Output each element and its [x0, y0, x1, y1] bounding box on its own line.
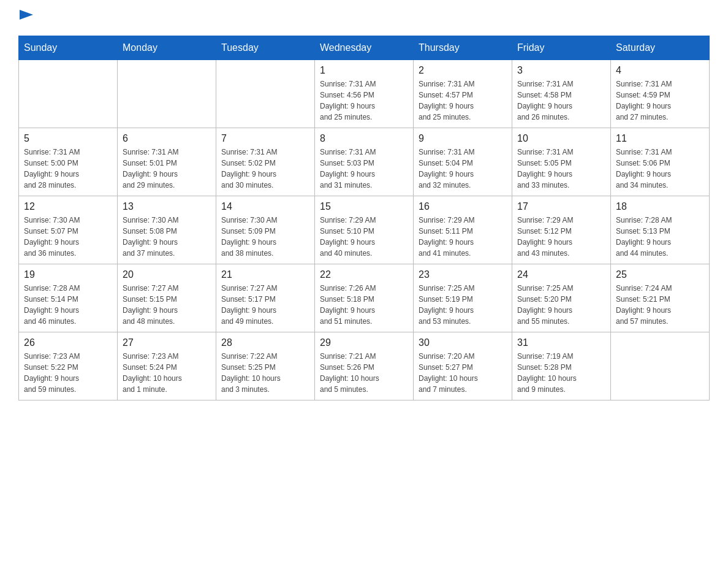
- logo-flag-icon: [20, 10, 33, 23]
- day-info: Sunrise: 7:31 AM Sunset: 5:01 PM Dayligh…: [123, 147, 211, 191]
- day-cell: 18Sunrise: 7:28 AM Sunset: 5:13 PM Dayli…: [611, 196, 710, 264]
- day-number: 8: [320, 133, 408, 144]
- day-cell: 16Sunrise: 7:29 AM Sunset: 5:11 PM Dayli…: [414, 196, 512, 264]
- day-number: 2: [419, 65, 507, 76]
- header-cell-thursday: Thursday: [414, 36, 512, 60]
- day-cell: 5Sunrise: 7:31 AM Sunset: 5:00 PM Daylig…: [19, 128, 118, 196]
- day-info: Sunrise: 7:31 AM Sunset: 4:59 PM Dayligh…: [616, 79, 704, 123]
- day-info: Sunrise: 7:27 AM Sunset: 5:17 PM Dayligh…: [221, 283, 309, 327]
- day-cell: 12Sunrise: 7:30 AM Sunset: 5:07 PM Dayli…: [19, 196, 118, 264]
- day-info: Sunrise: 7:24 AM Sunset: 5:21 PM Dayligh…: [616, 283, 704, 327]
- day-info: Sunrise: 7:29 AM Sunset: 5:12 PM Dayligh…: [517, 215, 605, 259]
- week-row-2: 5Sunrise: 7:31 AM Sunset: 5:00 PM Daylig…: [19, 128, 710, 196]
- day-info: Sunrise: 7:31 AM Sunset: 5:03 PM Dayligh…: [320, 147, 408, 191]
- day-cell: 1Sunrise: 7:31 AM Sunset: 4:56 PM Daylig…: [315, 60, 414, 128]
- day-number: 13: [123, 201, 211, 212]
- day-cell: 22Sunrise: 7:26 AM Sunset: 5:18 PM Dayli…: [315, 264, 414, 332]
- day-cell: [216, 60, 315, 128]
- header-cell-sunday: Sunday: [19, 36, 118, 60]
- day-cell: 29Sunrise: 7:21 AM Sunset: 5:26 PM Dayli…: [315, 332, 414, 400]
- day-number: 18: [616, 201, 704, 212]
- header-cell-saturday: Saturday: [611, 36, 710, 60]
- page-header: [18, 12, 710, 23]
- week-row-1: 1Sunrise: 7:31 AM Sunset: 4:56 PM Daylig…: [19, 60, 710, 128]
- day-cell: 4Sunrise: 7:31 AM Sunset: 4:59 PM Daylig…: [611, 60, 710, 128]
- day-number: 28: [221, 337, 309, 348]
- header-cell-friday: Friday: [512, 36, 611, 60]
- header-row: SundayMondayTuesdayWednesdayThursdayFrid…: [19, 36, 710, 60]
- day-info: Sunrise: 7:19 AM Sunset: 5:28 PM Dayligh…: [517, 351, 605, 395]
- day-number: 20: [123, 269, 211, 280]
- day-info: Sunrise: 7:20 AM Sunset: 5:27 PM Dayligh…: [419, 351, 507, 395]
- day-number: 6: [123, 133, 211, 144]
- week-row-3: 12Sunrise: 7:30 AM Sunset: 5:07 PM Dayli…: [19, 196, 710, 264]
- header-cell-wednesday: Wednesday: [315, 36, 414, 60]
- day-cell: 24Sunrise: 7:25 AM Sunset: 5:20 PM Dayli…: [512, 264, 611, 332]
- day-info: Sunrise: 7:26 AM Sunset: 5:18 PM Dayligh…: [320, 283, 408, 327]
- week-row-4: 19Sunrise: 7:28 AM Sunset: 5:14 PM Dayli…: [19, 264, 710, 332]
- day-info: Sunrise: 7:31 AM Sunset: 4:57 PM Dayligh…: [419, 79, 507, 123]
- day-info: Sunrise: 7:31 AM Sunset: 4:56 PM Dayligh…: [320, 79, 408, 123]
- day-number: 22: [320, 269, 408, 280]
- logo-block: [18, 12, 33, 23]
- day-info: Sunrise: 7:21 AM Sunset: 5:26 PM Dayligh…: [320, 351, 408, 395]
- day-cell: 31Sunrise: 7:19 AM Sunset: 5:28 PM Dayli…: [512, 332, 611, 400]
- day-number: 7: [221, 133, 309, 144]
- day-number: 15: [320, 201, 408, 212]
- calendar-table: SundayMondayTuesdayWednesdayThursdayFrid…: [18, 36, 710, 400]
- day-cell: 26Sunrise: 7:23 AM Sunset: 5:22 PM Dayli…: [19, 332, 118, 400]
- day-cell: 2Sunrise: 7:31 AM Sunset: 4:57 PM Daylig…: [414, 60, 512, 128]
- day-number: 29: [320, 337, 408, 348]
- day-info: Sunrise: 7:29 AM Sunset: 5:11 PM Dayligh…: [419, 215, 507, 259]
- day-number: 11: [616, 133, 704, 144]
- day-cell: 19Sunrise: 7:28 AM Sunset: 5:14 PM Dayli…: [19, 264, 118, 332]
- day-cell: [118, 60, 216, 128]
- day-number: 9: [419, 133, 507, 144]
- day-number: 4: [616, 65, 704, 76]
- day-number: 19: [24, 269, 112, 280]
- day-number: 23: [419, 269, 507, 280]
- day-info: Sunrise: 7:25 AM Sunset: 5:20 PM Dayligh…: [517, 283, 605, 327]
- day-info: Sunrise: 7:30 AM Sunset: 5:09 PM Dayligh…: [221, 215, 309, 259]
- day-cell: 21Sunrise: 7:27 AM Sunset: 5:17 PM Dayli…: [216, 264, 315, 332]
- day-cell: 8Sunrise: 7:31 AM Sunset: 5:03 PM Daylig…: [315, 128, 414, 196]
- day-number: 26: [24, 337, 112, 348]
- day-info: Sunrise: 7:30 AM Sunset: 5:07 PM Dayligh…: [24, 215, 112, 259]
- day-info: Sunrise: 7:31 AM Sunset: 5:02 PM Dayligh…: [221, 147, 309, 191]
- day-info: Sunrise: 7:29 AM Sunset: 5:10 PM Dayligh…: [320, 215, 408, 259]
- day-info: Sunrise: 7:31 AM Sunset: 5:04 PM Dayligh…: [419, 147, 507, 191]
- day-info: Sunrise: 7:31 AM Sunset: 5:00 PM Dayligh…: [24, 147, 112, 191]
- day-number: 25: [616, 269, 704, 280]
- calendar-header: SundayMondayTuesdayWednesdayThursdayFrid…: [19, 36, 710, 60]
- day-cell: 23Sunrise: 7:25 AM Sunset: 5:19 PM Dayli…: [414, 264, 512, 332]
- day-cell: 11Sunrise: 7:31 AM Sunset: 5:06 PM Dayli…: [611, 128, 710, 196]
- day-cell: 20Sunrise: 7:27 AM Sunset: 5:15 PM Dayli…: [118, 264, 216, 332]
- day-number: 3: [517, 65, 605, 76]
- logo: [18, 12, 33, 23]
- day-cell: 17Sunrise: 7:29 AM Sunset: 5:12 PM Dayli…: [512, 196, 611, 264]
- day-cell: 28Sunrise: 7:22 AM Sunset: 5:25 PM Dayli…: [216, 332, 315, 400]
- day-cell: 30Sunrise: 7:20 AM Sunset: 5:27 PM Dayli…: [414, 332, 512, 400]
- header-cell-monday: Monday: [118, 36, 216, 60]
- day-number: 16: [419, 201, 507, 212]
- day-info: Sunrise: 7:30 AM Sunset: 5:08 PM Dayligh…: [123, 215, 211, 259]
- day-cell: 7Sunrise: 7:31 AM Sunset: 5:02 PM Daylig…: [216, 128, 315, 196]
- day-cell: 27Sunrise: 7:23 AM Sunset: 5:24 PM Dayli…: [118, 332, 216, 400]
- week-row-5: 26Sunrise: 7:23 AM Sunset: 5:22 PM Dayli…: [19, 332, 710, 400]
- day-number: 14: [221, 201, 309, 212]
- calendar-body: 1Sunrise: 7:31 AM Sunset: 4:56 PM Daylig…: [19, 60, 710, 400]
- day-cell: 25Sunrise: 7:24 AM Sunset: 5:21 PM Dayli…: [611, 264, 710, 332]
- day-number: 12: [24, 201, 112, 212]
- day-cell: [19, 60, 118, 128]
- day-number: 10: [517, 133, 605, 144]
- day-cell: 3Sunrise: 7:31 AM Sunset: 4:58 PM Daylig…: [512, 60, 611, 128]
- day-info: Sunrise: 7:22 AM Sunset: 5:25 PM Dayligh…: [221, 351, 309, 395]
- day-info: Sunrise: 7:31 AM Sunset: 4:58 PM Dayligh…: [517, 79, 605, 123]
- day-info: Sunrise: 7:31 AM Sunset: 5:05 PM Dayligh…: [517, 147, 605, 191]
- day-cell: 15Sunrise: 7:29 AM Sunset: 5:10 PM Dayli…: [315, 196, 414, 264]
- day-number: 21: [221, 269, 309, 280]
- day-number: 24: [517, 269, 605, 280]
- day-cell: 9Sunrise: 7:31 AM Sunset: 5:04 PM Daylig…: [414, 128, 512, 196]
- day-cell: 6Sunrise: 7:31 AM Sunset: 5:01 PM Daylig…: [118, 128, 216, 196]
- day-info: Sunrise: 7:25 AM Sunset: 5:19 PM Dayligh…: [419, 283, 507, 327]
